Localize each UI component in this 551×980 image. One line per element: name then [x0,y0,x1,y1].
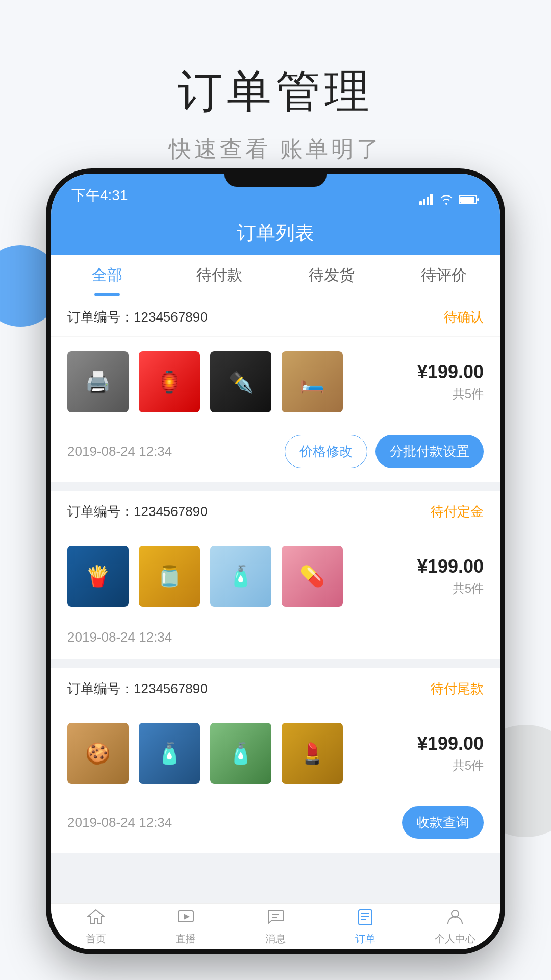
order-date-3: 2019-08-24 12:34 [67,815,172,830]
svg-rect-6 [460,197,474,203]
battery-icon [459,194,480,205]
product-img-green: 🧴 [210,723,271,784]
order-status-2: 待付定金 [431,503,484,521]
order-card-1: 订单编号：1234567890 待确认 🖨️ 🏮 ✒️ 🛏️ [51,296,500,482]
message-icon [266,908,285,930]
order-count-3: 共5件 [417,757,484,774]
price-modify-button[interactable]: 价格修改 [285,435,367,468]
page-subtitle: 快速查看 账单明了 [0,134,551,164]
product-img-gold: 💄 [282,723,343,784]
svg-point-15 [452,910,459,917]
home-icon [87,908,105,930]
order-price-section-2: ¥199.00 共5件 [417,556,484,597]
nav-home-label: 首页 [86,932,106,946]
phone-notch [224,168,327,187]
order-status-1: 待确认 [444,308,484,326]
product-img-sauce: 🫙 [139,546,200,607]
order-date-2: 2019-08-24 12:34 [67,629,172,645]
nav-message-label: 消息 [265,932,286,946]
status-time: 下午4:31 [71,186,128,205]
order-card-3: 订单编号：1234567890 待付尾款 🍪 🧴 🧴 💄 [51,668,500,853]
status-icons [419,194,480,205]
order-footer-2: 2019-08-24 12:34 [51,621,500,659]
product-img-cream: 🧴 [210,546,271,607]
svg-rect-2 [427,197,429,205]
svg-marker-8 [184,914,190,920]
bottom-nav: 首页 直播 消息 [51,903,500,949]
nav-home[interactable]: 首页 [51,908,141,946]
nav-profile[interactable]: 个人中心 [410,908,500,946]
order-footer-1: 2019-08-24 12:34 价格修改 分批付款设置 [51,427,500,482]
batch-payment-button[interactable]: 分批付款设置 [375,435,484,468]
app-header: 订单列表 [51,210,500,255]
order-count-2: 共5件 [417,580,484,597]
product-img-cookie: 🍪 [67,723,129,784]
order-actions-1: 价格修改 分批付款设置 [285,435,484,468]
order-header-2: 订单编号：1234567890 待付定金 [51,491,500,531]
nav-live[interactable]: 直播 [141,908,231,946]
order-number-2: 订单编号：1234567890 [67,503,208,521]
page-title: 订单管理 [0,61,551,122]
nav-order[interactable]: 订单 [320,908,410,946]
order-card-2: 订单编号：1234567890 待付定金 🍟 🫙 🧴 💊 [51,491,500,659]
order-date-1: 2019-08-24 12:34 [67,444,172,459]
nav-profile-label: 个人中心 [435,932,475,946]
tab-all[interactable]: 全部 [51,255,163,296]
tab-bar: 全部 待付款 待发货 待评价 [51,255,500,296]
live-icon [177,908,195,930]
product-img-pen: ✒️ [210,351,271,412]
order-actions-3: 收款查询 [402,806,484,839]
phone-inner: 下午4:31 [51,174,500,949]
app-header-title: 订单列表 [237,220,314,246]
phone-frame: 下午4:31 [46,168,505,954]
product-img-lantern: 🏮 [139,351,200,412]
svg-rect-1 [423,199,425,205]
nav-order-label: 订单 [355,932,375,946]
order-footer-3: 2019-08-24 12:34 收款查询 [51,798,500,853]
svg-rect-11 [359,910,372,925]
wifi-icon [440,194,453,205]
page-header: 订单管理 快速查看 账单明了 [0,0,551,195]
order-price-3: ¥199.00 [417,733,484,754]
order-header-1: 订单编号：1234567890 待确认 [51,296,500,337]
tab-pending-review[interactable]: 待评价 [388,255,500,296]
order-price-1: ¥199.00 [417,361,484,383]
order-price-section-1: ¥199.00 共5件 [417,361,484,402]
product-img-chips: 🍟 [67,546,129,607]
svg-rect-0 [419,201,422,205]
order-price-2: ¥199.00 [417,556,484,577]
order-list: 订单编号：1234567890 待确认 🖨️ 🏮 ✒️ 🛏️ [51,296,500,903]
nav-message[interactable]: 消息 [231,908,320,946]
product-img-pink: 💊 [282,546,343,607]
order-products-2: 🍟 🫙 🧴 💊 ¥199.00 共5件 [51,531,500,621]
payment-query-button[interactable]: 收款查询 [402,806,484,839]
order-products-1: 🖨️ 🏮 ✒️ 🛏️ ¥199.00 共5件 [51,337,500,427]
svg-rect-5 [477,198,479,201]
product-img-printer: 🖨️ [67,351,129,412]
order-number-1: 订单编号：1234567890 [67,308,208,326]
profile-icon [446,908,464,930]
svg-rect-3 [430,194,433,205]
tab-pending-payment[interactable]: 待付款 [163,255,276,296]
order-number-3: 订单编号：1234567890 [67,680,208,698]
nav-live-label: 直播 [176,932,196,946]
order-count-1: 共5件 [417,386,484,402]
order-products-3: 🍪 🧴 🧴 💄 ¥199.00 共5件 [51,708,500,798]
order-icon [356,908,374,930]
order-price-section-3: ¥199.00 共5件 [417,733,484,774]
signal-icon [419,194,434,205]
order-header-3: 订单编号：1234567890 待付尾款 [51,668,500,708]
order-status-3: 待付尾款 [431,680,484,698]
product-img-blue: 🧴 [139,723,200,784]
tab-pending-shipment[interactable]: 待发货 [276,255,388,296]
product-img-bed: 🛏️ [282,351,343,412]
